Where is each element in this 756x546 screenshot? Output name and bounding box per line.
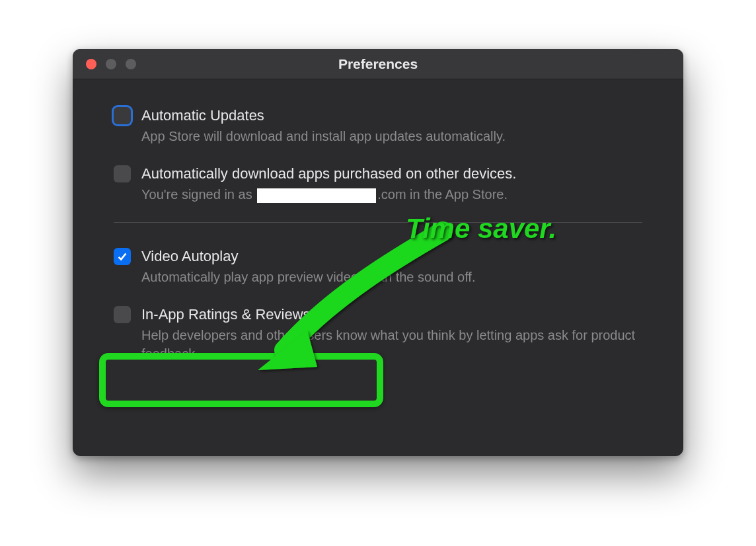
setting-description: App Store will download and install app … (141, 127, 506, 145)
ratings-reviews-checkbox[interactable] (114, 306, 131, 323)
setting-automatic-updates: Automatic Updates App Store will downloa… (114, 106, 642, 145)
window-title: Preferences (73, 56, 683, 72)
setting-text: Automatic Updates App Store will downloa… (141, 106, 506, 145)
auto-download-checkbox[interactable] (114, 165, 131, 182)
setting-label: Automatically download apps purchased on… (141, 164, 516, 184)
setting-text: Automatically download apps purchased on… (141, 164, 516, 204)
maximize-button[interactable] (126, 59, 136, 69)
minimize-button[interactable] (106, 59, 116, 69)
video-autoplay-checkbox[interactable] (114, 248, 131, 265)
section-divider (114, 222, 642, 223)
checkmark-icon (116, 251, 128, 262)
setting-description: Automatically play app preview videos wi… (141, 268, 475, 286)
setting-text: In-App Ratings & Reviews Help developers… (141, 305, 642, 363)
description-suffix: .com in the App Store. (377, 187, 508, 202)
close-button[interactable] (86, 59, 96, 69)
redacted-email (257, 188, 376, 203)
setting-label: In-App Ratings & Reviews (141, 305, 642, 325)
setting-auto-download: Automatically download apps purchased on… (114, 164, 642, 204)
setting-description: You're signed in as .com in the App Stor… (141, 185, 516, 204)
setting-text: Video Autoplay Automatically play app pr… (141, 247, 475, 286)
preferences-window: Preferences Automatic Updates App Store … (73, 49, 683, 456)
setting-video-autoplay: Video Autoplay Automatically play app pr… (114, 247, 642, 286)
setting-label: Automatic Updates (141, 106, 506, 126)
setting-description: Help developers and other users know wha… (141, 326, 642, 363)
setting-ratings-reviews: In-App Ratings & Reviews Help developers… (114, 305, 642, 363)
setting-label: Video Autoplay (141, 247, 475, 266)
preferences-content: Automatic Updates App Store will downloa… (73, 79, 683, 401)
titlebar: Preferences (73, 49, 683, 79)
traffic-lights (73, 59, 136, 69)
automatic-updates-checkbox[interactable] (114, 107, 131, 124)
description-prefix: You're signed in as (141, 187, 256, 202)
